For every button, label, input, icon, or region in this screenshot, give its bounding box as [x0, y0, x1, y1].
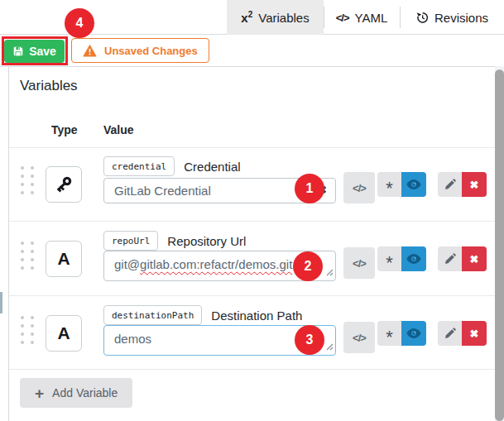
- variable-type-string-button[interactable]: A: [46, 315, 82, 352]
- expression-editor-button[interactable]: </>: [343, 322, 375, 353]
- variable-key-badge: destinationPath: [103, 305, 202, 325]
- variable-header-row: repoUrl Repository Url: [103, 231, 246, 251]
- tab-yaml-label: YAML: [355, 11, 388, 25]
- eye-icon: [406, 253, 421, 265]
- tab-group: x2 Variables </> YAML Revisions: [227, 0, 504, 35]
- asterisk-icon: *: [386, 252, 393, 274]
- delete-variable-button[interactable]: ✖: [462, 321, 487, 346]
- tab-variables[interactable]: x2 Variables: [227, 0, 324, 35]
- variable-type-credential-button[interactable]: [46, 166, 82, 203]
- eye-icon: [406, 328, 421, 339]
- panel-left-border: [8, 66, 9, 421]
- letter-a-icon: A: [57, 249, 70, 269]
- asterisk-icon: *: [386, 178, 393, 199]
- tab-variables-label: Variables: [258, 11, 309, 25]
- delete-x-icon: ✖: [470, 253, 479, 266]
- annotation-circle-2: 2: [293, 251, 323, 281]
- add-variable-button[interactable]: + Add Variable: [20, 378, 132, 408]
- plus-icon: +: [35, 385, 44, 401]
- variable-header-row: credential Credential: [103, 156, 241, 176]
- save-button[interactable]: Save: [4, 40, 65, 63]
- delete-x-icon: ✖: [470, 179, 479, 191]
- required-toggle-button[interactable]: *: [377, 321, 401, 346]
- variables-editor-screen: x2 Variables </> YAML Revisions Save: [0, 0, 504, 421]
- unsaved-changes-label: Unsaved Changes: [104, 45, 198, 57]
- visibility-toggle-button[interactable]: [401, 246, 426, 271]
- tab-yaml[interactable]: </> YAML: [324, 0, 400, 35]
- panel-title: Variables: [20, 78, 78, 94]
- letter-a-icon: A: [57, 323, 70, 343]
- row-divider: [9, 147, 495, 148]
- save-button-label: Save: [29, 45, 56, 58]
- column-header-value: Value: [103, 123, 134, 136]
- variable-label: Destination Path: [211, 309, 302, 323]
- panel-top-border: [0, 66, 504, 67]
- drag-handle[interactable]: [21, 316, 34, 344]
- unsaved-changes-badge: Unsaved Changes: [71, 38, 209, 63]
- variable-key-badge: repoUrl: [103, 231, 158, 251]
- floppy-disk-icon: [12, 45, 24, 57]
- key-icon: [54, 175, 74, 194]
- column-header-type: Type: [51, 123, 78, 136]
- row-divider: [9, 295, 495, 296]
- variable-key-badge: credential: [103, 156, 175, 176]
- asterisk-icon: *: [386, 327, 393, 348]
- pencil-icon: [444, 179, 456, 191]
- required-toggle-button[interactable]: *: [377, 172, 401, 197]
- delete-x-icon: ✖: [470, 328, 479, 340]
- variable-label: Credential: [184, 160, 240, 174]
- tab-revisions[interactable]: Revisions: [400, 0, 504, 35]
- delete-variable-button[interactable]: ✖: [462, 246, 487, 271]
- visibility-toggle-button[interactable]: [401, 172, 426, 197]
- resize-handle-icon[interactable]: [326, 265, 334, 279]
- drag-handle[interactable]: [21, 242, 34, 270]
- warning-triangle-icon: [83, 45, 97, 57]
- expression-editor-button[interactable]: </>: [343, 247, 375, 279]
- pencil-icon: [444, 253, 456, 266]
- x-squared-icon: x2: [241, 10, 252, 25]
- vertical-scrollbar-thumb[interactable]: [495, 69, 504, 421]
- variable-header-row: destinationPath Destination Path: [103, 305, 302, 325]
- annotation-circle-1: 1: [295, 174, 324, 203]
- edit-variable-button[interactable]: [438, 246, 462, 271]
- edit-variable-button[interactable]: [438, 172, 462, 197]
- variable-label: Repository Url: [167, 234, 246, 248]
- drag-handle[interactable]: [21, 166, 34, 194]
- history-icon: [415, 11, 429, 24]
- code-icon: </>: [336, 12, 349, 24]
- variable-type-string-button[interactable]: A: [46, 241, 82, 277]
- tab-divider: [400, 7, 401, 28]
- pencil-icon: [444, 328, 456, 340]
- row-divider: [9, 221, 495, 222]
- edit-variable-button[interactable]: [438, 321, 462, 346]
- tab-revisions-label: Revisions: [434, 11, 488, 25]
- required-toggle-button[interactable]: *: [377, 246, 401, 271]
- annotation-circle-4: 4: [65, 8, 94, 38]
- delete-variable-button[interactable]: ✖: [462, 172, 487, 197]
- row-divider: [9, 369, 495, 370]
- add-variable-label: Add Variable: [52, 386, 118, 399]
- eye-icon: [406, 179, 421, 190]
- expression-editor-button[interactable]: </>: [343, 172, 375, 203]
- value-text-misspelled: gitlab.com:refactr/demos.git: [140, 257, 292, 271]
- tab-divider: [324, 7, 324, 28]
- visibility-toggle-button[interactable]: [401, 321, 426, 346]
- annotation-circle-3: 3: [295, 325, 324, 355]
- value-text: git@: [114, 257, 140, 271]
- left-edge-scroll-mark: [0, 292, 2, 313]
- resize-handle-icon[interactable]: [326, 339, 334, 353]
- value-text: demos: [114, 332, 151, 346]
